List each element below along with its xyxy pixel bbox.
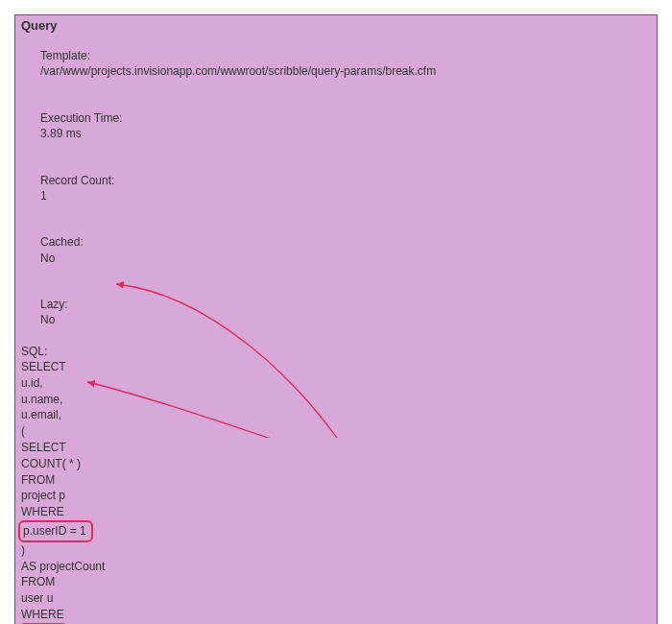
- highlight-box: p.userID = 1: [18, 520, 93, 542]
- sql-line: u.name,: [21, 392, 651, 408]
- sql-line: COUNT( * ): [21, 456, 651, 472]
- meta-count: Record Count: 1: [21, 157, 651, 220]
- sql-line: u.id,: [21, 375, 651, 392]
- meta-count-value: 1: [40, 189, 47, 203]
- meta-sql-label: SQL:: [21, 344, 651, 359]
- sql-line: SELECT: [21, 440, 651, 456]
- sql-line: FROM: [21, 574, 651, 590]
- meta-count-label: Record Count:: [40, 174, 114, 187]
- query-debug-panel: Query Template: /var/www/projects.invisi…: [14, 14, 658, 624]
- meta-lazy-value: No: [40, 313, 55, 326]
- sql-line: FROM: [21, 472, 651, 489]
- meta-cached: Cached: No: [21, 219, 651, 281]
- sql-line: SELECT: [21, 359, 651, 375]
- sql-line: WHERE: [21, 504, 651, 520]
- meta-cached-label: Cached:: [40, 235, 84, 249]
- sql-line: AS projectCount: [21, 559, 651, 575]
- sql-line-highlight-1: p.userID = 1: [21, 520, 651, 542]
- meta-exec-label: Execution Time:: [40, 111, 122, 125]
- meta-exec: Execution Time: 3.89 ms: [21, 95, 651, 157]
- meta-lazy: Lazy: No: [21, 281, 651, 344]
- meta-template-value: /var/www/projects.invisionapp.com/wwwroo…: [40, 64, 436, 78]
- meta-cached-value: No: [40, 252, 55, 265]
- sql-line: (: [21, 423, 651, 440]
- sql-line: u.email,: [21, 407, 651, 423]
- sql-line: WHERE: [21, 607, 651, 623]
- meta-lazy-label: Lazy:: [40, 298, 68, 311]
- meta-template: Template: /var/www/projects.invisionapp.…: [21, 33, 651, 95]
- meta-template-label: Template:: [40, 49, 90, 62]
- sql-line: ): [21, 542, 651, 559]
- meta-exec-value: 3.89 ms: [40, 127, 82, 140]
- panel-title: Query: [15, 15, 657, 33]
- query-meta-block: Template: /var/www/projects.invisionapp.…: [15, 33, 657, 359]
- sql-block: SELECT u.id, u.name, u.email, ( SELECT C…: [15, 359, 657, 624]
- sql-line: project p: [21, 488, 651, 504]
- sql-line: user u: [21, 590, 651, 607]
